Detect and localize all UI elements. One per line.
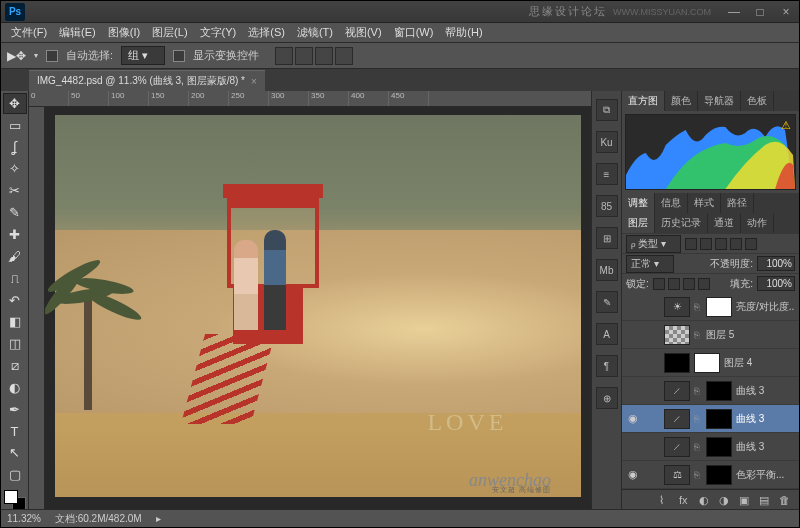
layer-row[interactable]: ◉⚖⎘色彩平衡... [622, 461, 799, 489]
layer-thumbnail[interactable] [706, 409, 732, 429]
tab-color[interactable]: 颜色 [665, 91, 698, 111]
layer-thumbnail[interactable] [694, 353, 720, 373]
maximize-button[interactable]: □ [747, 3, 773, 21]
tab-channels[interactable]: 通道 [708, 213, 741, 233]
layer-thumbnail[interactable] [664, 353, 690, 373]
layer-thumbnail[interactable] [706, 437, 732, 457]
chevron-down-icon[interactable]: ▾ [34, 51, 38, 60]
menu-filter[interactable]: 滤镜(T) [291, 25, 339, 40]
blend-mode-dropdown[interactable]: 正常 ▾ [626, 255, 674, 273]
menu-select[interactable]: 选择(S) [242, 25, 291, 40]
dock-icon[interactable]: ¶ [596, 355, 618, 377]
align-button[interactable] [295, 47, 313, 65]
layer-thumbnail[interactable] [706, 297, 732, 317]
layer-name[interactable]: 色彩平衡... [736, 468, 795, 482]
menu-window[interactable]: 窗口(W) [388, 25, 440, 40]
chevron-right-icon[interactable]: ▸ [156, 513, 161, 524]
layer-thumbnail[interactable] [706, 465, 732, 485]
group-icon[interactable]: ▣ [739, 494, 753, 508]
align-button[interactable] [335, 47, 353, 65]
gradient-tool[interactable]: ◫ [3, 333, 27, 354]
close-button[interactable]: × [773, 3, 799, 21]
dock-icon[interactable]: ⊞ [596, 227, 618, 249]
type-tool[interactable]: T [3, 421, 27, 442]
layer-thumbnail[interactable]: ⟋ [664, 437, 690, 457]
layer-thumbnail[interactable]: ⟋ [664, 409, 690, 429]
path-tool[interactable]: ↖ [3, 443, 27, 464]
visibility-toggle[interactable]: ◉ [626, 412, 640, 425]
visibility-toggle[interactable]: ◉ [626, 468, 640, 481]
menu-image[interactable]: 图像(I) [102, 25, 146, 40]
filter-icon[interactable] [730, 238, 742, 250]
mask-icon[interactable]: ◐ [699, 494, 713, 508]
fx-icon[interactable]: fx [679, 494, 693, 508]
warning-icon[interactable]: ⚠ [781, 119, 791, 132]
layer-filter-dropdown[interactable]: ρ 类型 ▾ [626, 235, 681, 253]
crop-tool[interactable]: ✂ [3, 180, 27, 201]
dodge-tool[interactable]: ◐ [3, 377, 27, 398]
menu-view[interactable]: 视图(V) [339, 25, 388, 40]
tab-styles[interactable]: 样式 [688, 193, 721, 213]
lasso-tool[interactable]: ʆ [3, 137, 27, 158]
minimize-button[interactable]: — [721, 3, 747, 21]
tab-paths[interactable]: 路径 [721, 193, 754, 213]
layer-row[interactable]: 图层 4 [622, 349, 799, 377]
tab-navigator[interactable]: 导航器 [698, 91, 741, 111]
blur-tool[interactable]: ⧄ [3, 355, 27, 376]
healing-tool[interactable]: ✚ [3, 224, 27, 245]
layer-row[interactable]: ◉⟋⎘曲线 3 [622, 405, 799, 433]
layer-thumbnail[interactable] [706, 381, 732, 401]
dock-icon[interactable]: 85 [596, 195, 618, 217]
new-layer-icon[interactable]: ▤ [759, 494, 773, 508]
horizontal-ruler[interactable]: 050100150200250300350400450 [29, 91, 591, 107]
filter-icon[interactable] [685, 238, 697, 250]
zoom-level[interactable]: 11.32% [7, 513, 41, 524]
dock-icon[interactable]: ⧉ [596, 99, 618, 121]
auto-select-checkbox[interactable] [46, 50, 58, 62]
brush-tool[interactable]: 🖌 [3, 246, 27, 267]
eraser-tool[interactable]: ◧ [3, 311, 27, 332]
layer-name[interactable]: 曲线 3 [736, 412, 795, 426]
tab-swatches[interactable]: 色板 [741, 91, 774, 111]
layer-thumbnail[interactable] [664, 325, 690, 345]
magic-wand-tool[interactable]: ✧ [3, 159, 27, 180]
layer-row[interactable]: ⟋⎘曲线 3 [622, 377, 799, 405]
layer-row[interactable]: ⟋⎘曲线 3 [622, 433, 799, 461]
trash-icon[interactable]: 🗑 [779, 494, 793, 508]
layer-name[interactable]: 图层 5 [706, 328, 795, 342]
eyedropper-tool[interactable]: ✎ [3, 202, 27, 223]
menu-help[interactable]: 帮助(H) [439, 25, 488, 40]
shape-tool[interactable]: ▢ [3, 464, 27, 485]
layer-name[interactable]: 曲线 3 [736, 440, 795, 454]
opacity-input[interactable] [757, 256, 795, 271]
filter-icon[interactable] [745, 238, 757, 250]
layer-name[interactable]: 亮度/对比度... [736, 300, 795, 314]
tab-info[interactable]: 信息 [655, 193, 688, 213]
tab-adjustments[interactable]: 调整 [622, 193, 655, 213]
align-button[interactable] [315, 47, 333, 65]
dock-icon[interactable]: ✎ [596, 291, 618, 313]
doc-info[interactable]: 文档:60.2M/482.0M [55, 512, 142, 526]
align-button[interactable] [275, 47, 293, 65]
close-tab-icon[interactable]: × [251, 76, 257, 87]
dock-icon[interactable]: ⊕ [596, 387, 618, 409]
document-tab[interactable]: IMG_4482.psd @ 11.3% (曲线 3, 图层蒙版/8) * × [29, 70, 265, 91]
pen-tool[interactable]: ✒ [3, 399, 27, 420]
lock-position-icon[interactable] [683, 278, 695, 290]
link-layers-icon[interactable]: ⌇ [659, 494, 673, 508]
marquee-tool[interactable]: ▭ [3, 115, 27, 136]
canvas[interactable]: LOVE anwenchao 安文超 高端修图 [45, 107, 591, 511]
stamp-tool[interactable]: ⎍ [3, 268, 27, 289]
vertical-ruler[interactable] [29, 107, 45, 511]
menu-file[interactable]: 文件(F) [5, 25, 53, 40]
layer-name[interactable]: 图层 4 [724, 356, 795, 370]
tab-histogram[interactable]: 直方图 [622, 91, 665, 111]
layer-name[interactable]: 曲线 3 [736, 384, 795, 398]
tab-actions[interactable]: 动作 [741, 213, 774, 233]
dock-icon[interactable]: Mb [596, 259, 618, 281]
show-transform-checkbox[interactable] [173, 50, 185, 62]
layer-row[interactable]: ⎘图层 5 [622, 321, 799, 349]
lock-transparent-icon[interactable] [653, 278, 665, 290]
tab-history[interactable]: 历史记录 [655, 213, 708, 233]
menu-layer[interactable]: 图层(L) [146, 25, 193, 40]
